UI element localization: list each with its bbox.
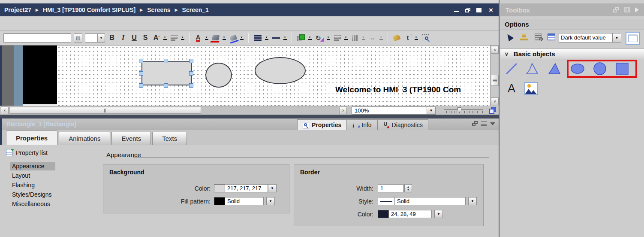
canvas-rectangle-shape[interactable] bbox=[141, 61, 192, 85]
canvas-circle-shape[interactable] bbox=[205, 63, 232, 88]
fill-pattern-dropdown[interactable]: ▼ bbox=[266, 197, 275, 205]
italic-button[interactable]: I bbox=[119, 33, 127, 43]
minimize-button[interactable] bbox=[454, 8, 459, 12]
dot-grid-surface[interactable]: Welcome to HMI_3 (TP1900 Com bbox=[57, 46, 490, 106]
chevron-down-icon[interactable]: ▼ bbox=[427, 106, 436, 115]
property-item-appearance[interactable]: Appearance bbox=[10, 162, 55, 170]
selection-handle-ne[interactable] bbox=[189, 59, 193, 63]
device-settings-icon[interactable] bbox=[535, 33, 542, 40]
scroll-left-icon[interactable]: ‹ bbox=[1, 106, 9, 114]
font-size-dropdown[interactable]: ▼ bbox=[163, 36, 167, 40]
vertical-scrollbar[interactable]: ∧ ∨ bbox=[490, 46, 499, 106]
selection-handle-sw[interactable] bbox=[139, 83, 143, 88]
scroll-right-icon[interactable]: › bbox=[339, 106, 347, 114]
font-size-combo[interactable]: ▼ bbox=[85, 33, 105, 43]
tool-polyline[interactable] bbox=[524, 61, 540, 76]
selection-handle-se[interactable] bbox=[189, 83, 193, 88]
border-style-select[interactable]: Solid bbox=[378, 197, 466, 205]
property-item-flashing[interactable]: Flashing bbox=[10, 181, 55, 189]
restore-button[interactable] bbox=[465, 8, 470, 12]
style-list-button[interactable]: ▤ bbox=[74, 33, 82, 43]
scroll-down-icon[interactable]: ∨ bbox=[491, 97, 499, 105]
selection-handle-nw[interactable] bbox=[139, 59, 143, 63]
scroll-up-icon[interactable]: ∧ bbox=[491, 46, 499, 54]
stamp-icon[interactable] bbox=[520, 33, 528, 40]
chevron-down-icon[interactable]: ▼ bbox=[98, 33, 105, 43]
font-color-dropdown[interactable]: ▼ bbox=[204, 36, 209, 40]
tool-text-field[interactable]: A bbox=[504, 81, 519, 96]
highlight-color-dropdown[interactable]: ▼ bbox=[222, 36, 226, 40]
bold-button[interactable]: B bbox=[108, 33, 116, 43]
breadcrumb-screen1[interactable]: Screen_1 bbox=[182, 6, 209, 13]
fill-pattern-value[interactable]: Solid bbox=[225, 197, 264, 205]
select-cursor-icon[interactable] bbox=[505, 32, 514, 41]
tool-ellipse[interactable] bbox=[570, 61, 585, 76]
border-style-button[interactable] bbox=[253, 33, 262, 43]
font-size-button[interactable]: Aˆ bbox=[152, 33, 161, 43]
table-icon[interactable] bbox=[548, 33, 555, 40]
distribute-dropdown[interactable]: ▼ bbox=[361, 36, 366, 40]
selection-handle-e[interactable] bbox=[189, 71, 193, 76]
zoom-slider[interactable] bbox=[444, 107, 483, 114]
horizontal-scroll-track[interactable] bbox=[9, 106, 338, 114]
underline-button[interactable]: U bbox=[130, 33, 138, 43]
fill-color-dropdown[interactable]: ▼ bbox=[307, 36, 312, 40]
tool-rectangle[interactable] bbox=[614, 61, 630, 76]
breadcrumb-screens[interactable]: Screens bbox=[147, 6, 170, 13]
options-section-header[interactable]: Options bbox=[500, 19, 644, 30]
fill-pattern-swatch[interactable] bbox=[214, 197, 225, 205]
tool-circle[interactable] bbox=[592, 61, 608, 76]
collapse-panel-icon[interactable] bbox=[490, 122, 495, 125]
tab-texts[interactable]: Texts bbox=[152, 132, 187, 145]
fit-to-window-icon[interactable] bbox=[489, 106, 497, 114]
close-button[interactable]: × bbox=[488, 8, 494, 12]
float-panel-icon[interactable] bbox=[472, 121, 478, 126]
tab-animations[interactable]: Animations bbox=[59, 132, 110, 145]
brush-color-button[interactable] bbox=[229, 33, 238, 43]
align-objects-button[interactable] bbox=[333, 33, 342, 43]
breadcrumb-hmi[interactable]: HMI_3 [TP1900 Comfort SIPLUS] bbox=[43, 6, 135, 13]
style-theme-dropdown[interactable]: Dark default value ▼ bbox=[559, 33, 621, 43]
property-item-layout[interactable]: Layout bbox=[10, 171, 55, 180]
rotate-dropdown[interactable]: ▼ bbox=[326, 36, 331, 40]
property-item-miscellaneous[interactable]: Miscellaneous bbox=[10, 200, 55, 208]
object-order-dropdown[interactable]: ▼ bbox=[414, 36, 418, 40]
match-size-button[interactable]: ↔ bbox=[368, 33, 377, 43]
line-style-dropdown[interactable]: ▼ bbox=[283, 36, 287, 40]
strikethrough-button[interactable]: S bbox=[141, 33, 150, 43]
border-color-swatch[interactable] bbox=[378, 210, 389, 218]
welcome-text[interactable]: Welcome to HMI_3 (TP1900 Com bbox=[335, 85, 461, 94]
screen-canvas[interactable]: Welcome to HMI_3 (TP1900 Com ∧ ∨ bbox=[0, 46, 499, 106]
match-size-dropdown[interactable]: ▼ bbox=[379, 36, 383, 40]
border-color-dropdown[interactable]: ▼ bbox=[434, 210, 443, 218]
line-style-button[interactable] bbox=[271, 33, 281, 43]
background-color-value[interactable]: 217, 217, 217 bbox=[225, 184, 268, 192]
object-order-button[interactable]: t↑ bbox=[403, 33, 412, 43]
highlight-color-button[interactable] bbox=[211, 33, 220, 43]
zoom-level-combo[interactable]: 100% ▼ bbox=[352, 106, 436, 115]
selection-handle-s[interactable] bbox=[164, 83, 168, 88]
clean-button[interactable] bbox=[392, 33, 401, 43]
maximize-button[interactable] bbox=[476, 8, 481, 12]
selection-handle-w[interactable] bbox=[139, 71, 143, 76]
tool-polygon[interactable] bbox=[547, 61, 562, 76]
border-color-value[interactable]: 24, 28, 49 bbox=[389, 210, 432, 218]
tab-diagnostics[interactable]: Diagnostics bbox=[377, 119, 428, 130]
font-color-button[interactable]: A bbox=[194, 33, 202, 43]
vertical-scroll-thumb[interactable] bbox=[491, 75, 499, 86]
property-item-styles-designs[interactable]: Styles/Designs bbox=[10, 190, 55, 199]
tab-events[interactable]: Events bbox=[111, 132, 151, 145]
canvas-ellipse-shape[interactable] bbox=[255, 57, 306, 84]
tool-graphic-view[interactable] bbox=[524, 81, 539, 96]
tab-info[interactable]: i∨ Info bbox=[347, 119, 377, 130]
border-style-dropdown[interactable]: ▼ bbox=[468, 197, 477, 205]
breadcrumb-project[interactable]: Project27 bbox=[4, 6, 31, 13]
tab-properties[interactable]: Properties bbox=[6, 131, 57, 145]
brush-color-dropdown[interactable]: ▼ bbox=[239, 36, 244, 40]
tab-properties-side[interactable]: Properties bbox=[297, 119, 347, 130]
panel-list-icon[interactable] bbox=[481, 122, 487, 126]
chevron-down-icon[interactable]: ▼ bbox=[613, 33, 621, 43]
distribute-button[interactable] bbox=[351, 33, 359, 43]
tool-line[interactable] bbox=[504, 61, 519, 76]
border-style-dropdown[interactable]: ▼ bbox=[264, 36, 269, 40]
